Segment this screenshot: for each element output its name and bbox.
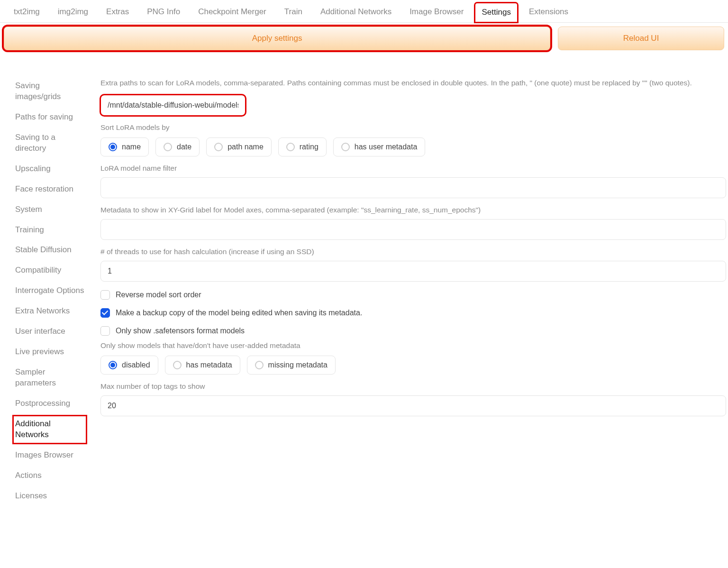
sidebar-item-additional-networks[interactable]: Additional Networks — [13, 416, 86, 443]
top-tabs: txt2img img2img Extras PNG Info Checkpoi… — [0, 0, 728, 23]
tab-extensions[interactable]: Extensions — [522, 2, 575, 22]
radio-icon — [286, 143, 295, 151]
radio-label: has metadata — [186, 361, 232, 369]
reverse-sort-checkbox-row[interactable]: Reverse model sort order — [100, 290, 726, 300]
radio-icon — [173, 361, 182, 369]
sort-radio-has-user-metadata[interactable]: has user metadata — [333, 137, 426, 156]
radio-label: date — [177, 143, 191, 151]
name-filter-input[interactable] — [100, 177, 726, 198]
tab-txt2img[interactable]: txt2img — [7, 2, 47, 22]
checkbox-label: Reverse model sort order — [116, 291, 201, 299]
radio-label: rating — [300, 143, 318, 151]
sort-radio-name[interactable]: name — [100, 137, 149, 156]
sidebar-item-saving-directory[interactable]: Saving to a directory — [13, 129, 86, 157]
radio-label: has user metadata — [355, 143, 418, 151]
sidebar-item-user-interface[interactable]: User interface — [13, 323, 86, 340]
only-metadata-radio-group: disabled has metadata missing metadata — [100, 356, 726, 375]
max-tags-input[interactable] — [100, 395, 726, 416]
sort-radio-rating[interactable]: rating — [278, 137, 327, 156]
sidebar-item-saving-images[interactable]: Saving images/grids — [13, 78, 86, 105]
sort-radio-path-name[interactable]: path name — [206, 137, 272, 156]
action-button-row: Apply settings Reload UI — [0, 23, 728, 54]
radio-icon — [109, 361, 117, 369]
sidebar-item-interrogate-options[interactable]: Interrogate Options — [13, 283, 86, 299]
sidebar-item-training[interactable]: Training — [13, 222, 86, 238]
tab-extras[interactable]: Extras — [99, 2, 136, 22]
checkbox-icon — [100, 290, 110, 300]
radio-icon — [214, 143, 223, 151]
sidebar-item-stable-diffusion[interactable]: Stable Diffusion — [13, 242, 86, 258]
checkbox-icon — [100, 308, 110, 318]
metadata-input[interactable] — [100, 219, 726, 240]
radio-label: path name — [228, 143, 264, 151]
sort-radio-group: name date path name rating has user meta… — [100, 137, 726, 156]
sort-radio-date[interactable]: date — [155, 137, 200, 156]
tab-additional-networks[interactable]: Additional Networks — [313, 2, 399, 22]
reload-ui-button[interactable]: Reload UI — [558, 27, 724, 50]
apply-settings-button[interactable]: Apply settings — [4, 27, 550, 50]
settings-content: Extra paths to scan for LoRA models, com… — [100, 78, 728, 504]
sidebar-item-upscaling[interactable]: Upscaling — [13, 161, 86, 177]
sidebar-item-sampler-parameters[interactable]: Sampler parameters — [13, 364, 86, 392]
checkbox-label: Only show .safetensors format models — [116, 327, 245, 335]
sidebar-item-face-restoration[interactable]: Face restoration — [13, 181, 86, 198]
extra-paths-description: Extra paths to scan for LoRA models, com… — [100, 78, 726, 88]
radio-icon — [341, 143, 350, 151]
tab-train[interactable]: Train — [277, 2, 309, 22]
only-metadata-radio-has[interactable]: has metadata — [165, 356, 240, 375]
radio-icon — [109, 143, 117, 151]
sidebar-item-images-browser[interactable]: Images Browser — [13, 447, 86, 464]
tab-image-browser[interactable]: Image Browser — [402, 2, 471, 22]
radio-label: name — [122, 143, 141, 151]
backup-checkbox-row[interactable]: Make a backup copy of the model being ed… — [100, 308, 726, 318]
radio-label: missing metadata — [268, 361, 328, 369]
threads-label: # of threads to use for hash calculation… — [100, 247, 726, 256]
sidebar-item-postprocessing[interactable]: Postprocessing — [13, 395, 86, 412]
settings-sidebar: Saving images/grids Paths for saving Sav… — [6, 78, 86, 504]
radio-label: disabled — [122, 361, 150, 369]
tab-checkpoint-merger[interactable]: Checkpoint Merger — [191, 2, 273, 22]
tab-settings[interactable]: Settings — [474, 2, 518, 23]
extra-paths-input[interactable] — [100, 95, 246, 116]
checkbox-label: Make a backup copy of the model being ed… — [116, 309, 362, 317]
sort-label: Sort LoRA models by — [100, 123, 726, 132]
max-tags-label: Max number of top tags to show — [100, 382, 726, 391]
tab-png-info[interactable]: PNG Info — [140, 2, 187, 22]
sidebar-item-system[interactable]: System — [13, 202, 86, 218]
tab-img2img[interactable]: img2img — [51, 2, 95, 22]
metadata-label: Metadata to show in XY-Grid label for Mo… — [100, 206, 726, 214]
sidebar-item-paths-saving[interactable]: Paths for saving — [13, 109, 86, 126]
radio-icon — [164, 143, 172, 151]
checkbox-icon — [100, 326, 110, 336]
only-metadata-radio-disabled[interactable]: disabled — [100, 356, 158, 375]
sidebar-item-compatibility[interactable]: Compatibility — [13, 262, 86, 279]
sidebar-item-extra-networks[interactable]: Extra Networks — [13, 303, 86, 320]
sidebar-item-licenses[interactable]: Licenses — [13, 488, 86, 504]
sidebar-item-actions[interactable]: Actions — [13, 467, 86, 484]
sidebar-item-live-previews[interactable]: Live previews — [13, 344, 86, 360]
only-safetensors-checkbox-row[interactable]: Only show .safetensors format models — [100, 326, 726, 336]
name-filter-label: LoRA model name filter — [100, 164, 726, 173]
only-metadata-label: Only show models that have/don't have us… — [100, 341, 726, 350]
threads-input[interactable] — [100, 261, 726, 282]
only-metadata-radio-missing[interactable]: missing metadata — [247, 356, 336, 375]
radio-icon — [255, 361, 264, 369]
